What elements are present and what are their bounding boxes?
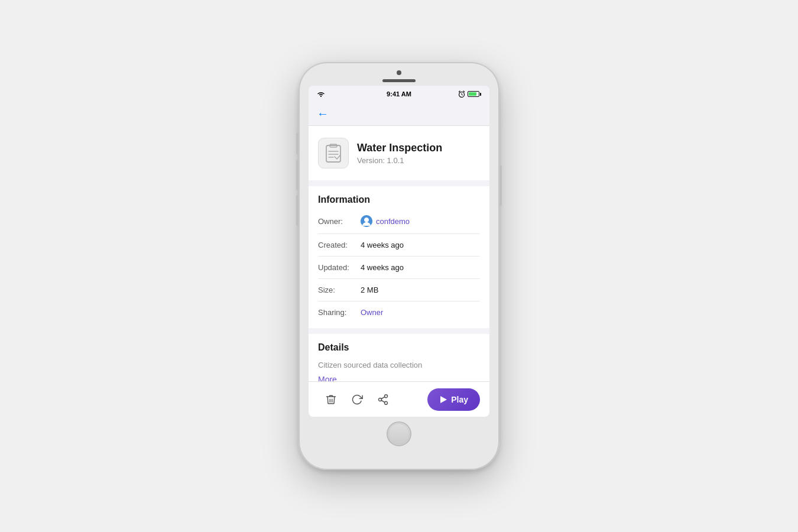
delete-button[interactable] [318,387,344,413]
size-row: Size: 2 MB [318,283,480,297]
alarm-icon [458,90,465,98]
clipboard-icon [323,142,344,164]
information-section: Information Owner: confdemo Created: 4 w… [309,186,489,328]
divider [318,256,480,257]
status-left [317,91,325,98]
phone-device: 9:41 AM ← [299,62,499,470]
created-label: Created: [318,241,361,249]
nav-bar: ← [309,102,489,126]
svg-marker-13 [440,396,447,403]
phone-screen: 9:41 AM ← [309,86,489,417]
speaker-bar [382,79,416,82]
home-button[interactable] [387,421,411,446]
share-icon [377,394,389,406]
size-value: 2 MB [361,286,378,294]
divider [318,233,480,234]
home-button-inner [388,423,410,445]
divider [318,278,480,279]
status-right [458,90,481,98]
battery-indicator [468,91,481,97]
sharing-row: Sharing: Owner [318,305,480,320]
share-button[interactable] [370,387,396,413]
wifi-icon [317,91,325,98]
updated-row: Updated: 4 weeks ago [318,260,480,275]
volume-up-button[interactable] [296,160,299,190]
app-title-group: Water Inspection Version: 1.0.1 [357,142,442,165]
app-icon [318,138,349,168]
camera-dot [397,70,401,75]
play-button[interactable]: Play [427,388,480,411]
size-label: Size: [318,286,361,294]
created-value: 4 weeks ago [361,241,404,249]
created-row: Created: 4 weeks ago [318,238,480,252]
details-description: Citizen sourced data collection [318,360,480,371]
status-bar: 9:41 AM [309,86,489,102]
status-time: 9:41 AM [387,90,411,98]
app-header: Water Inspection Version: 1.0.1 [309,126,489,180]
owner-avatar [361,215,372,227]
owner-value[interactable]: confdemo [376,217,410,226]
play-label: Play [451,395,468,404]
sharing-value[interactable]: Owner [361,308,383,317]
svg-rect-2 [326,145,340,162]
power-button[interactable] [499,166,502,206]
trash-icon [325,394,337,406]
volume-down-button[interactable] [296,195,299,226]
svg-line-12 [381,397,385,398]
divider [318,301,480,301]
bottom-toolbar: Play [309,381,489,417]
details-title: Details [318,342,480,353]
information-title: Information [318,194,480,205]
phone-top-bar [299,62,499,86]
app-version: Version: 1.0.1 [357,156,442,165]
svg-point-0 [320,96,322,97]
app-name: Water Inspection [357,142,442,154]
more-button[interactable]: More [318,375,337,381]
refresh-icon [351,394,363,406]
back-button[interactable]: ← [317,107,329,121]
owner-row: Owner: confdemo [318,212,480,230]
scroll-content: Water Inspection Version: 1.0.1 Informat… [309,126,489,381]
updated-value: 4 weeks ago [361,263,404,272]
play-icon [439,395,447,404]
sharing-label: Sharing: [318,308,361,317]
svg-line-11 [381,400,385,402]
owner-label: Owner: [318,217,361,226]
updated-label: Updated: [318,263,361,272]
refresh-button[interactable] [344,387,370,413]
details-section: Details Citizen sourced data collection … [309,334,489,381]
